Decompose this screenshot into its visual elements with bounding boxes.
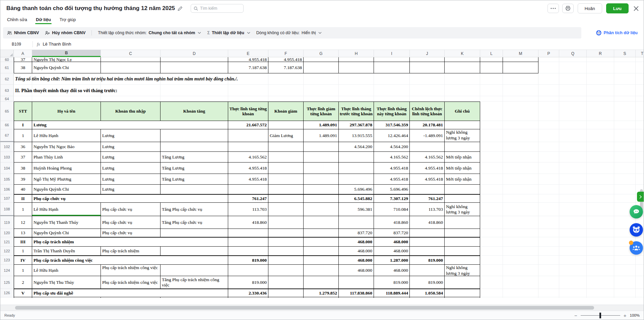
grid-cell-A125[interactable]: 2 [14,276,32,289]
grid-cell-M122[interactable] [503,247,538,256]
grid-cell-H121[interactable]: 468.000 [339,237,374,247]
grid-cell-B108[interactable]: Lê Hữu Hạnh [32,203,101,216]
grid-cell-C108[interactable]: Phụ cấp chức vụ [101,203,160,216]
row-number-104[interactable]: 104 [0,163,14,174]
horizontal-scrollbar[interactable] [0,305,644,311]
grid-cell-E102[interactable] [228,142,268,152]
grid-cell-L123[interactable] [480,256,503,265]
grid-cell-C60[interactable] [101,57,160,62]
grid-cell-Q123[interactable] [559,256,587,265]
grid-cell-I125[interactable]: 819.000 [374,276,410,289]
grid-cell-B103[interactable]: Phan Thùy Linh [32,152,101,163]
grid-cell-J122[interactable] [410,247,445,256]
grid-cell-F62[interactable] [268,73,304,85]
column-header-B[interactable]: B [32,50,101,57]
grid-cell-K103[interactable]: Mới tiếp nhận [445,152,480,163]
grid-cell-H61[interactable] [339,62,374,73]
grid-cell-R121[interactable] [587,237,614,247]
grid-cell-Q64[interactable] [559,96,587,102]
row-number-123[interactable]: 123 [0,256,14,265]
more-options-button[interactable] [548,4,559,13]
zoom-in-button[interactable]: + [624,313,627,318]
grid-cell-K122[interactable] [445,247,480,256]
grid-cell-E66[interactable]: 21.667.572 [228,121,268,129]
grid-cell-F123[interactable] [268,256,304,265]
grid-cell-P108[interactable] [538,203,559,216]
grid-cell-G67[interactable]: 1.489.091 [304,129,339,142]
grid-cell-H127[interactable]: 7.085.095 [339,297,374,298]
grid-cell-R120[interactable] [587,229,614,237]
row-number-65[interactable]: 65 [0,102,14,121]
grid-cell-T60[interactable] [636,57,644,62]
grid-cell-M120[interactable] [503,229,538,237]
grid-cell-B67[interactable]: Lê Hữu Hạnh [32,129,101,142]
grid-cell-I124[interactable]: 468.000 [374,265,410,276]
grid-cell-A124[interactable]: 1 [14,265,32,276]
grid-cell-D60[interactable] [160,57,228,62]
grid-cell-L65[interactable] [480,102,503,121]
grid-cell-G123[interactable] [304,256,339,265]
column-header-E[interactable]: E [228,50,268,57]
grid-cell-P104[interactable] [538,163,559,174]
grid-cell-S106[interactable] [614,185,636,194]
grid-cell-P122[interactable] [538,247,559,256]
grid-cell-A103[interactable]: 37 [14,152,32,163]
grid-cell-F67[interactable]: Giảm Lương [268,129,304,142]
group-formula-dropdown[interactable]: Thiết lập công thức nhóm: Chung cho tất … [98,30,201,35]
grid-cell-M60[interactable] [503,57,538,62]
row-number-62[interactable]: 62 [0,73,14,85]
grid-cell-D124[interactable] [160,265,228,276]
column-header-L[interactable]: L [480,50,503,57]
grid-cell-J64[interactable] [410,96,445,102]
grid-cell-A66[interactable]: I [14,121,32,129]
zoom-slider[interactable] [581,315,620,316]
grid-cell-A127[interactable]: 1 [14,297,32,298]
grid-cell-P102[interactable] [538,142,559,152]
grid-cell-J61[interactable] [410,62,445,73]
grid-cell-Q125[interactable] [559,276,587,289]
grid-cell-H67[interactable]: 13.915.555 [339,129,374,142]
grid-cell-T64[interactable] [636,96,644,102]
grid-cell-Q66[interactable] [559,121,587,129]
grid-cell-M123[interactable] [503,256,538,265]
grid-cell-M64[interactable] [503,96,538,102]
grid-cell-G102[interactable] [304,142,339,152]
grid-cell-A120[interactable]: 13 [14,229,32,237]
row-number-125[interactable]: 125 [0,276,14,289]
grid-cell-F107[interactable] [268,194,304,203]
row-number-102[interactable]: 102 [0,142,14,152]
grid-cell-G106[interactable] [304,185,339,194]
grid-cell-L63[interactable] [480,85,503,96]
grid-cell-M62[interactable] [503,73,538,85]
grid-cell-G120[interactable] [304,229,339,237]
empty-rows-dropdown[interactable]: Dòng không có dữ liệu: Hiển thị [256,30,322,35]
grid-cell-G61[interactable] [304,62,339,73]
grid-cell-L127[interactable] [480,297,503,298]
zoom-out-button[interactable]: − [574,313,577,318]
grid-cell-E122[interactable] [228,247,268,256]
grid-cell-H120[interactable]: 837.720 [339,229,374,237]
grid-cell-S123[interactable] [614,256,636,265]
grid-cell-J60[interactable] [410,57,445,62]
grid-cell-C122[interactable]: Phụ cấp trách nhiệm [101,247,160,256]
row-number-127[interactable]: 127 [0,297,14,298]
grid-cell-S105[interactable] [614,174,636,185]
grid-cell-P119[interactable] [538,216,559,229]
grid-cell-I104[interactable]: 4.955.418 [374,163,410,174]
grid-cell-C104[interactable]: Lương [101,163,160,174]
grid-cell-J104[interactable]: 4.955.418 [410,163,445,174]
grid-cell-M126[interactable] [503,289,538,297]
grid-cell-P125[interactable] [538,276,559,289]
grid-cell-R66[interactable] [587,121,614,129]
grid-cell-D65[interactable]: Khoản tăng [160,102,228,121]
grid-cell-G124[interactable] [304,265,339,276]
grid-cell-C106[interactable]: Lương [101,185,160,194]
grid-cell-S107[interactable] [614,194,636,203]
grid-cell-M104[interactable] [503,163,538,174]
grid-cell-I105[interactable]: 4.955.418 [374,174,410,185]
grid-cell-M125[interactable] [503,276,538,289]
grid-cell-B104[interactable]: Huỳnh Hoàng Phong [32,163,101,174]
grid-cell-I62[interactable] [374,73,410,85]
grid-cell-H107[interactable]: 6.545.882 [339,194,374,203]
grid-cell-P103[interactable] [538,152,559,163]
